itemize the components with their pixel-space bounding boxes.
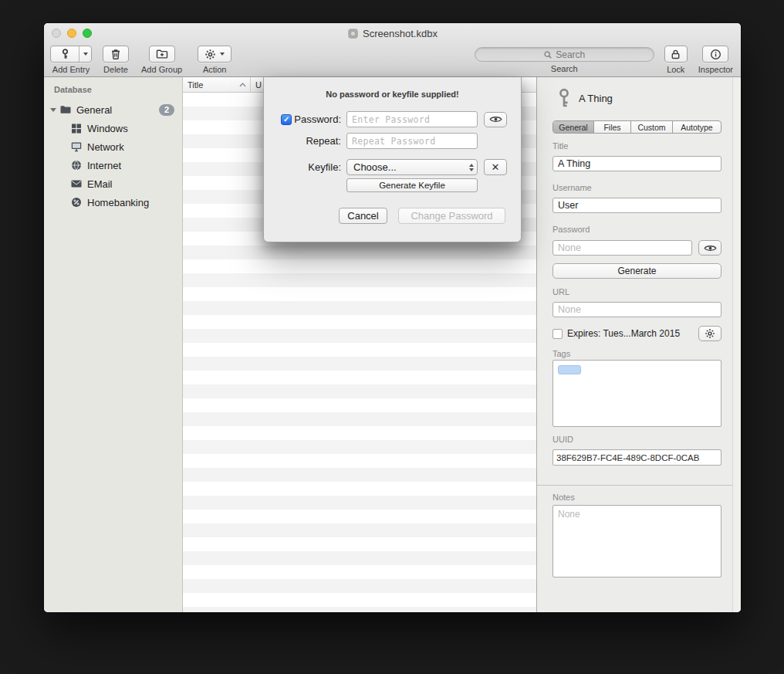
sort-ascending-icon xyxy=(239,83,246,87)
change-password-label: Change Password xyxy=(411,210,492,222)
window-title: Screenshot.kdbx xyxy=(363,28,438,39)
sheet-buttons: Cancel Change Password xyxy=(264,208,521,224)
search-icon xyxy=(543,50,553,59)
sidebar-item-label: Windows xyxy=(87,123,128,134)
titlebar[interactable]: Screenshot.kdbx xyxy=(44,23,741,43)
sidebar-item-label: Homebanking xyxy=(87,197,149,208)
sidebar-item-windows[interactable]: Windows xyxy=(44,119,182,137)
url-field[interactable] xyxy=(553,302,721,317)
add-entry-label: Add Entry xyxy=(52,65,90,74)
cancel-button[interactable]: Cancel xyxy=(339,208,387,224)
inspector-scrollbar[interactable] xyxy=(732,77,741,612)
tags-field-label: Tags xyxy=(553,349,721,358)
tags-box[interactable] xyxy=(553,360,721,427)
folder-icon xyxy=(59,103,72,116)
popup-stepper-icon xyxy=(469,164,474,171)
document-icon xyxy=(347,28,359,39)
generate-password-button[interactable]: Generate xyxy=(553,263,721,279)
uuid-field[interactable] xyxy=(553,449,721,466)
entry-count-badge: 2 xyxy=(159,104,174,116)
notes-field-label: Notes xyxy=(553,493,721,502)
enter-password-field[interactable] xyxy=(346,111,478,127)
lock-label: Lock xyxy=(667,65,684,74)
tab-files[interactable]: Files xyxy=(593,121,630,133)
sidebar-item-homebanking[interactable]: Homebanking xyxy=(44,193,182,212)
inspector-panel: A Thing General Files Custom Autotype Ti… xyxy=(536,77,741,612)
chevron-down-icon xyxy=(83,52,88,56)
keyfile-label: Keyfile: xyxy=(308,161,341,173)
action-button[interactable] xyxy=(198,46,231,63)
divider xyxy=(537,485,732,486)
lock-toolbar-item: Lock xyxy=(664,46,688,74)
inspector-label: Inspector xyxy=(698,65,733,74)
keyfile-popup-button[interactable]: Choose... xyxy=(346,159,478,175)
windows-icon xyxy=(70,122,83,134)
search-label: Search xyxy=(551,64,578,73)
inspector-button[interactable] xyxy=(702,46,728,63)
delete-button[interactable] xyxy=(103,46,129,63)
clear-keyfile-button[interactable]: ✕ xyxy=(484,159,507,175)
generate-keyfile-label: Generate Keyfile xyxy=(379,181,445,190)
eye-icon xyxy=(704,244,717,252)
password-field[interactable] xyxy=(553,240,692,256)
add-group-button[interactable] xyxy=(149,46,175,63)
expires-checkbox[interactable] xyxy=(553,329,563,339)
generate-label: Generate xyxy=(617,266,656,276)
repeat-label: Repeat: xyxy=(306,135,341,147)
tab-general[interactable]: General xyxy=(553,121,593,133)
notes-field[interactable] xyxy=(553,505,721,577)
keyfile-popup-value: Choose... xyxy=(353,161,469,173)
add-entry-key-icon xyxy=(51,46,79,62)
sidebar-item-email[interactable]: EMail xyxy=(44,174,182,193)
reveal-password-button[interactable] xyxy=(698,240,721,256)
search-input[interactable]: Search xyxy=(475,47,654,62)
globe-icon xyxy=(70,159,83,171)
percent-coin-icon xyxy=(70,196,83,208)
search-placeholder: Search xyxy=(556,49,585,60)
reveal-password-button[interactable] xyxy=(484,112,507,127)
sidebar-group-general[interactable]: General 2 xyxy=(44,100,182,119)
password-label: Password: xyxy=(294,113,341,125)
password-checkbox[interactable] xyxy=(281,114,292,125)
sidebar-item-network[interactable]: Network xyxy=(44,137,182,156)
change-password-button[interactable]: Change Password xyxy=(398,208,505,224)
add-group-toolbar-item: Add Group xyxy=(141,46,182,74)
column-header-title[interactable]: Title xyxy=(183,77,251,92)
inspector-toolbar-item: Inspector xyxy=(698,46,733,74)
trash-icon xyxy=(110,48,122,60)
desktop-background: Screenshot.kdbx Add Entry xyxy=(0,0,784,674)
cancel-label: Cancel xyxy=(347,210,378,222)
keyfile-dialog-row: Keyfile: Choose... ✕ xyxy=(281,159,521,175)
gear-icon xyxy=(204,49,216,60)
sidebar-item-label: Internet xyxy=(87,160,121,171)
repeat-password-field[interactable] xyxy=(346,133,478,149)
inspector-tabs: General Files Custom Autotype xyxy=(553,120,721,134)
add-entry-dropdown[interactable] xyxy=(79,46,91,62)
expires-label: Expires: Tues...March 2015 xyxy=(567,328,694,339)
add-entry-button[interactable] xyxy=(50,46,92,63)
tab-autotype[interactable]: Autotype xyxy=(672,121,721,133)
network-icon xyxy=(70,141,83,153)
window-title-area: Screenshot.kdbx xyxy=(44,23,741,43)
lock-button[interactable] xyxy=(664,46,688,63)
repeat-dialog-row: Repeat: xyxy=(281,133,521,149)
eye-icon xyxy=(489,115,502,124)
password-field-label: Password xyxy=(553,225,721,234)
tab-custom[interactable]: Custom xyxy=(630,121,672,133)
tag-chip[interactable] xyxy=(558,365,581,374)
change-password-sheet: No password or keyfile supplied! Passwor… xyxy=(263,77,522,242)
action-toolbar-item: Action xyxy=(198,46,231,74)
disclosure-triangle-icon[interactable] xyxy=(50,108,56,112)
username-field[interactable] xyxy=(553,198,721,213)
title-field[interactable] xyxy=(553,156,721,171)
column-username-label: U xyxy=(255,80,262,90)
envelope-icon xyxy=(70,178,83,190)
x-icon: ✕ xyxy=(492,162,500,172)
sidebar-item-internet[interactable]: Internet xyxy=(44,156,182,174)
generate-keyfile-button[interactable]: Generate Keyfile xyxy=(346,178,478,192)
url-field-label: URL xyxy=(553,287,721,296)
expires-settings-button[interactable] xyxy=(698,326,721,341)
column-title-label: Title xyxy=(188,80,203,90)
folder-plus-icon xyxy=(156,48,168,60)
chevron-down-icon xyxy=(220,52,225,56)
